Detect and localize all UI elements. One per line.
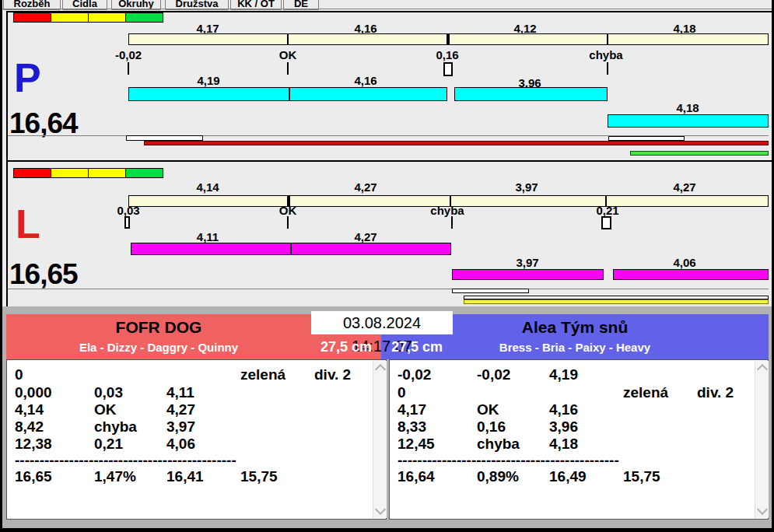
table-cell: 16,49: [549, 468, 587, 485]
window-border-bottom: [0, 528, 774, 532]
tabstrip-divider: [0, 9, 774, 9]
status-square-green: [125, 12, 163, 23]
table-cell: 3,97: [166, 418, 195, 436]
table-cell: 16,41: [166, 468, 204, 485]
size-category-right: 27,5 cm: [381, 334, 453, 359]
sensor-trace-white: [126, 135, 203, 141]
lane-total-time: 16,65: [9, 260, 78, 289]
scroll-down-icon[interactable]: [757, 504, 768, 515]
lane-total-time: 16,64: [9, 109, 78, 138]
table-cell: 4,19: [549, 366, 578, 383]
run-bar-divider: [289, 87, 290, 101]
run-label: 4,16: [319, 74, 412, 87]
team-members-left: Ela - Dizzy - Daggry - Quinny: [6, 341, 311, 354]
table-cell: 4,27: [166, 401, 195, 418]
table-cell: 3,96: [549, 418, 578, 436]
gate-tick: [128, 62, 129, 75]
table-cell: 15,75: [623, 468, 660, 485]
table-cell: 12,45: [398, 436, 435, 453]
sensor-marker: [124, 216, 130, 229]
table-separator: ----------------------------------------…: [398, 452, 619, 469]
sensor-marker: [443, 62, 453, 76]
panel-p-lane: 4,17 4,16 4,12 4,18 -0,02 OK 0,16 chyba …: [6, 11, 773, 162]
scroll-up-icon[interactable]: [757, 364, 768, 375]
results-table-right: -0,02 -0,02 4,19 0 zelená div. 2 4,17 OK…: [389, 359, 769, 520]
run-label: 4,18: [641, 101, 734, 114]
run-label: 3,97: [481, 256, 574, 269]
table-cell: OK: [477, 401, 499, 418]
run-bar: [613, 269, 769, 280]
run-bar: [452, 269, 604, 280]
table-cell: -0,02: [477, 366, 510, 383]
run-label: 4,19: [162, 74, 255, 87]
table-cell: 0,89%: [477, 468, 519, 485]
table-cell: -0,02: [398, 366, 431, 383]
table-cell: 15,75: [240, 468, 278, 485]
status-square-yellow-2: [88, 168, 126, 178]
gate-tick: [451, 216, 453, 229]
sensor-marker: [601, 216, 611, 229]
sensor-trace-yellow: [464, 299, 769, 304]
table-cell: 0,21: [94, 436, 123, 453]
table-cell: 16,64: [398, 468, 435, 485]
run-bar: [131, 243, 451, 255]
table-separator: ----------------------------------------…: [15, 452, 236, 469]
run-bar: [128, 87, 447, 101]
run-bar: [454, 87, 608, 101]
table-cell: 4,06: [166, 436, 195, 453]
status-square-red: [13, 168, 51, 178]
size-category-left: 27,5 cm: [311, 334, 381, 359]
table-cell: 1,47%: [94, 468, 136, 485]
table-cell: 8,33: [398, 418, 426, 436]
table-cell: zelená: [240, 366, 285, 383]
scale-divider: [607, 33, 608, 45]
gate-tick: [287, 216, 289, 229]
sensor-trace-white: [452, 289, 529, 293]
table-cell: 4,11: [166, 384, 194, 401]
table-cell: div. 2: [314, 366, 351, 383]
table-cell: chyba: [94, 418, 137, 436]
run-label: 4,27: [319, 230, 412, 243]
status-square-green: [125, 168, 163, 178]
scrollbar[interactable]: [373, 361, 387, 518]
status-square-yellow-2: [88, 12, 126, 23]
table-cell: 0,000: [15, 384, 52, 401]
split-label: 4,14: [161, 180, 254, 194]
datetime-box: 03.08.2024 14:17:07: [311, 311, 453, 334]
window-border-left: [0, 0, 2, 532]
gate-label: OK: [241, 204, 334, 217]
sensor-trace-green: [630, 151, 769, 156]
lane-letter: L: [16, 204, 40, 244]
gate-tick: [607, 62, 608, 75]
scroll-up-icon[interactable]: [375, 364, 386, 375]
gate-label: 0,21: [561, 204, 654, 217]
table-cell: 8,42: [15, 418, 44, 436]
scroll-down-icon[interactable]: [375, 504, 386, 515]
team-name-left: FOFR DOG: [6, 318, 311, 337]
table-cell: 16,65: [15, 468, 52, 485]
table-cell: 0,16: [477, 418, 506, 436]
sensor-trace-red: [144, 141, 769, 145]
table-cell: 4,17: [398, 401, 426, 418]
split-label: 4,27: [319, 180, 412, 194]
table-cell: div. 2: [697, 384, 734, 401]
gate-label: OK: [241, 48, 334, 61]
sensor-trace-white: [608, 136, 685, 141]
scrollbar[interactable]: [755, 361, 769, 518]
run-label: 4,11: [161, 230, 254, 243]
results-table-left: 0 zelená div. 2 0,000 0,03 4,11 4,14 OK …: [6, 359, 387, 520]
app-window: Rozběh Čidla Okruhy Družstva KK / OT DE …: [0, 0, 774, 532]
gate-label: 0,16: [401, 48, 494, 61]
lane-letter: P: [14, 58, 41, 98]
table-cell: OK: [94, 401, 117, 418]
baseline: [8, 289, 769, 289]
gate-label: -0,02: [82, 48, 175, 61]
table-cell: 0: [398, 384, 406, 401]
status-square-yellow-1: [51, 168, 89, 178]
status-square-red: [13, 12, 51, 23]
split-label: 3,97: [480, 180, 573, 194]
gate-label: chyba: [559, 48, 653, 61]
status-square-yellow-1: [51, 12, 89, 23]
scale-divider: [447, 33, 450, 45]
scale-divider: [287, 33, 289, 45]
